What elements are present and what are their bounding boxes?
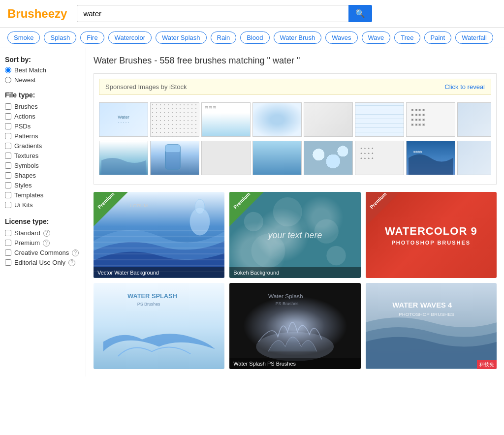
card-image-6: WATER WAVES 4 PHOTOSHOP BRUSHES bbox=[366, 283, 497, 369]
sponsored-thumb-13[interactable] bbox=[304, 141, 353, 175]
tag-smoke[interactable]: Smoke bbox=[7, 31, 40, 44]
filter-actions[interactable]: Actions bbox=[5, 113, 81, 120]
result-card-4[interactable]: WATER SPLASH PS Brushes bbox=[94, 283, 224, 369]
filter-standard[interactable]: Standard ? bbox=[5, 229, 81, 237]
click-reveal-link[interactable]: Click to reveal bbox=[444, 83, 485, 91]
tag-water-brush[interactable]: Water Brush bbox=[274, 31, 322, 44]
premium-help-icon[interactable]: ? bbox=[43, 240, 50, 247]
filter-editorial-use-only[interactable]: Editorial Use Only ? bbox=[5, 259, 81, 266]
tag-blood[interactable]: Blood bbox=[240, 31, 269, 44]
card-title-5: Water Splash PS Brushes bbox=[229, 358, 360, 369]
sort-title: Sort by: bbox=[5, 56, 81, 63]
filter-brushes[interactable]: Brushes bbox=[5, 103, 81, 110]
logo[interactable]: Brusheezy bbox=[7, 7, 67, 21]
watercolor-subtitle: PHOTOSHOP BRUSHES bbox=[391, 240, 471, 246]
tag-paint[interactable]: Paint bbox=[424, 31, 452, 44]
sort-best-label: Best Match bbox=[14, 66, 46, 74]
sponsored-thumb-4[interactable] bbox=[252, 102, 302, 137]
result-card-5[interactable]: Water Splash PS Brushes Water Splash PS … bbox=[229, 283, 360, 369]
svg-text:▣ ▣ ▣ ▣: ▣ ▣ ▣ ▣ bbox=[411, 118, 425, 121]
filter-gradients[interactable]: Gradients bbox=[5, 142, 81, 150]
sponsored-row-1: Water· · · · · ≋≋≋ ▣ ▣ ▣ ▣ ▣ ▣ ▣ ▣ ▣ ▣ ▣… bbox=[99, 102, 491, 137]
sponsored-thumb-1[interactable]: Water· · · · · bbox=[99, 102, 148, 137]
main: Sort by: Best Match Newest File type: Br… bbox=[0, 48, 504, 376]
sort-newest-label: Newest bbox=[14, 76, 35, 84]
tag-tree[interactable]: Tree bbox=[394, 31, 420, 44]
tag-waterfall[interactable]: Waterfall bbox=[455, 31, 493, 44]
result-card-6[interactable]: WATER WAVES 4 PHOTOSHOP BRUSHES 科技兔 bbox=[366, 283, 497, 369]
results-title: Water Brushes - 558 free brushes matchin… bbox=[94, 56, 497, 66]
svg-text:WATER WAVES 4: WATER WAVES 4 bbox=[392, 302, 452, 310]
sponsored-thumb-9[interactable] bbox=[99, 141, 148, 175]
china-badge: 科技兔 bbox=[477, 360, 497, 369]
filter-symbols[interactable]: Symbols bbox=[5, 162, 81, 169]
tag-waves[interactable]: Waves bbox=[325, 31, 357, 44]
results-query: " water " bbox=[267, 56, 300, 65]
filter-uikits[interactable]: Ui Kits bbox=[5, 201, 81, 209]
svg-text:PHOTOSHOP BRUSHES: PHOTOSHOP BRUSHES bbox=[399, 311, 454, 317]
card-image-4: WATER SPLASH PS Brushes bbox=[94, 283, 224, 369]
sort-newest[interactable]: Newest bbox=[5, 76, 81, 84]
filter-styles[interactable]: Styles bbox=[5, 182, 81, 189]
sponsored-thumb-5[interactable] bbox=[304, 102, 353, 137]
filter-templates[interactable]: Templates bbox=[5, 191, 81, 199]
svg-text:WATER SPLASH: WATER SPLASH bbox=[127, 292, 177, 300]
sort-newest-radio[interactable] bbox=[5, 77, 11, 83]
tag-water-splash[interactable]: Water Splash bbox=[156, 31, 207, 44]
result-card-1[interactable]: · LORUM Premium Vector Water Background bbox=[94, 192, 224, 278]
sponsored-banner: Sponsored Images by iStock Click to reve… bbox=[99, 79, 491, 95]
svg-text:· LORUM: · LORUM bbox=[127, 203, 148, 208]
sidebar: Sort by: Best Match Newest File type: Br… bbox=[0, 48, 86, 376]
sponsored-thumb-10[interactable] bbox=[150, 141, 199, 175]
search-icon: 🔍 bbox=[355, 9, 365, 18]
svg-text:PS Brushes: PS Brushes bbox=[276, 301, 299, 306]
editorial-use-help-icon[interactable]: ? bbox=[68, 259, 75, 266]
filter-textures[interactable]: Textures bbox=[5, 152, 81, 159]
svg-text:≈≈≈≈: ≈≈≈≈ bbox=[413, 150, 422, 154]
filter-patterns[interactable]: Patterns bbox=[5, 132, 81, 140]
sponsored-thumb-8[interactable] bbox=[457, 102, 491, 137]
standard-help-icon[interactable]: ? bbox=[43, 230, 50, 237]
sponsored-wrapper: Sponsored Images by iStock Click to reve… bbox=[94, 73, 497, 185]
sponsored-thumb-2[interactable] bbox=[150, 102, 199, 137]
creative-commons-help-icon[interactable]: ? bbox=[72, 249, 79, 256]
sponsored-thumb-11[interactable] bbox=[201, 141, 251, 175]
filter-psds[interactable]: PSDs bbox=[5, 123, 81, 130]
filter-shapes[interactable]: Shapes bbox=[5, 172, 81, 179]
result-card-3[interactable]: WATERCOLOR 9 PHOTOSHOP BRUSHES Premium bbox=[366, 192, 497, 278]
tag-fire[interactable]: Fire bbox=[80, 31, 104, 44]
license-type-section: License type: Standard ? Premium ? Creat… bbox=[5, 218, 81, 266]
svg-text:PS Brushes: PS Brushes bbox=[137, 302, 160, 307]
filter-premium[interactable]: Premium ? bbox=[5, 239, 81, 247]
sponsored-thumb-7[interactable]: ▣ ▣ ▣ ▣ ▣ ▣ ▣ ▣ ▣ ▣ ▣ ▣ ▣ ▣ ▣ ▣ bbox=[406, 102, 455, 137]
sponsored-row-2: ▲ ▲ ▲ ▲ ▲ ▲ ▲ ▲ ▲ ▲ ▲ ▲ ≈≈≈≈ bbox=[99, 141, 491, 175]
tag-splash[interactable]: Splash bbox=[44, 31, 76, 44]
premium-badge-text-2: Premium bbox=[233, 192, 252, 210]
sort-best-match-radio[interactable] bbox=[5, 67, 11, 73]
search-input[interactable] bbox=[77, 5, 348, 22]
svg-point-17 bbox=[327, 246, 346, 265]
sponsored-thumb-16[interactable] bbox=[457, 141, 491, 175]
sponsored-thumb-6[interactable] bbox=[355, 102, 404, 137]
result-card-2[interactable]: your text here Premium Bokeh Background bbox=[229, 192, 360, 278]
svg-text:▲ ▲ ▲ ▲: ▲ ▲ ▲ ▲ bbox=[360, 156, 374, 159]
svg-point-12 bbox=[195, 199, 205, 214]
sponsored-thumb-12[interactable] bbox=[252, 141, 302, 175]
card-title-2: Bokeh Background bbox=[229, 267, 360, 278]
results-dash: - 558 free brushes matching bbox=[154, 56, 267, 65]
sponsored-thumb-14[interactable]: ▲ ▲ ▲ ▲ ▲ ▲ ▲ ▲ ▲ ▲ ▲ ▲ bbox=[355, 141, 404, 175]
search-button[interactable]: 🔍 bbox=[348, 5, 372, 22]
svg-text:▣ ▣ ▣ ▣: ▣ ▣ ▣ ▣ bbox=[411, 108, 425, 111]
sponsored-thumb-15[interactable]: ≈≈≈≈ bbox=[406, 141, 455, 175]
tag-wave[interactable]: Wave bbox=[362, 31, 391, 44]
svg-text:▲ ▲ ▲ ▲: ▲ ▲ ▲ ▲ bbox=[360, 152, 374, 155]
sort-best-match[interactable]: Best Match bbox=[5, 66, 81, 74]
premium-badge-text-1: Premium bbox=[96, 192, 115, 210]
license-type-title: License type: bbox=[5, 218, 81, 225]
svg-text:▣ ▣ ▣ ▣: ▣ ▣ ▣ ▣ bbox=[411, 113, 425, 116]
tag-rain[interactable]: Rain bbox=[211, 31, 237, 44]
sponsored-thumb-3[interactable]: ≋≋≋ bbox=[201, 102, 251, 137]
tag-watercolor[interactable]: Watercolor bbox=[108, 31, 152, 44]
filter-creative-commons[interactable]: Creative Commons ? bbox=[5, 249, 81, 256]
premium-badge-3: Premium bbox=[366, 192, 400, 226]
